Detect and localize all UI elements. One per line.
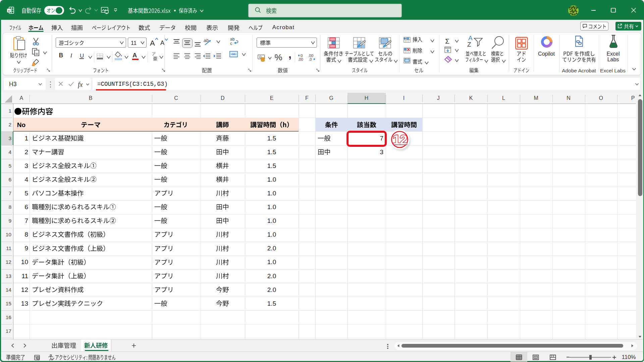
svg-text:.0: .0 [309,57,312,61]
svg-text:A: A [468,35,473,42]
svg-text:Z: Z [467,41,471,48]
svg-text:c: c [230,41,232,46]
svg-text:ab: ab [230,37,235,42]
svg-text:0: 0 [301,54,303,58]
svg-text:.00: .00 [298,57,303,61]
svg-text:x: x [8,9,10,12]
svg-text:12: 12 [393,132,407,147]
